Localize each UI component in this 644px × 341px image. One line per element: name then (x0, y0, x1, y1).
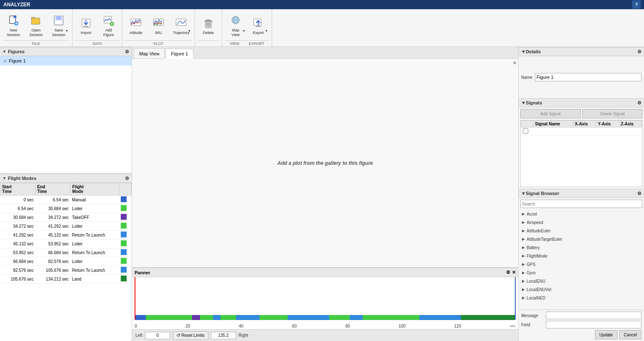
view-export-group-label: VIEW EXPORT (225, 40, 269, 47)
panner-close-icon[interactable]: ✕ (512, 270, 516, 275)
signal-tree-item[interactable]: ▶FlightMode (520, 252, 642, 260)
flight-mode-row[interactable]: 105.676 sec 134.212 sec Land (0, 275, 132, 284)
flight-mode-row[interactable]: 0 sec 6.54 sec Manual (0, 195, 132, 204)
delete-button[interactable]: Delete (197, 13, 219, 39)
right-actions-row: Update Cancel (521, 330, 641, 339)
flight-modes-header: ▼ Flight Modes ⚙ (0, 174, 132, 183)
signal-tree-item[interactable]: ▶Battery (520, 243, 642, 252)
fm-col-start: StartTime (0, 183, 36, 195)
help-button[interactable]: ? (632, 0, 641, 9)
figures-settings-icon[interactable]: ⚙ (125, 49, 129, 55)
imu-label: IMU (155, 31, 162, 35)
panner-reset-button[interactable]: ↺ Reset Limits (173, 331, 208, 340)
center-panel: Map View Figure 1 ✕ Add a plot from the … (132, 47, 518, 341)
tab-figure-1[interactable]: Figure 1 (166, 49, 193, 59)
trajectory-button[interactable]: Trajectory ▼ (170, 13, 192, 39)
signal-row-check[interactable] (523, 128, 528, 134)
details-collapse-icon[interactable]: ▼ (521, 49, 526, 54)
add-figure-icon (102, 14, 115, 27)
flight-mode-row[interactable]: 41.292 sec 45.132 sec Return To Launch (0, 231, 132, 239)
figures-item-1[interactable]: ✓ Figure 1 (0, 56, 132, 65)
signal-search-input[interactable] (520, 200, 642, 208)
panner-right-input[interactable] (211, 332, 236, 339)
export-button[interactable]: Export ▼ (247, 13, 269, 39)
new-session-button[interactable]: NewSession (3, 13, 24, 39)
signals-settings-icon[interactable]: ⚙ (637, 100, 641, 106)
signals-title: Signals (526, 100, 542, 105)
app-title: ANALYZER (3, 2, 30, 8)
trajectory-label: Trajectory (173, 31, 190, 35)
attitude-button[interactable]: Attitude (125, 13, 147, 39)
panner-settings-icon[interactable]: ⚙ (506, 270, 510, 275)
signal-tree-item[interactable]: ▶LocalNED (520, 294, 642, 302)
signal-tree-item[interactable]: ▶AttitudeEuler (520, 226, 642, 235)
details-content: Name (519, 56, 644, 98)
signal-tree-item[interactable]: ▶Accel (520, 210, 642, 218)
signal-browser-collapse-icon[interactable]: ▼ (521, 191, 526, 196)
toolbar-plot-group: Attitude IMU (122, 9, 195, 47)
flight-mode-row[interactable]: 82.576 sec 105.676 sec Return To Launch (0, 266, 132, 275)
toolbar: NewSession OpenSession (0, 9, 644, 47)
flight-modes-settings-icon[interactable]: ⚙ (125, 176, 129, 181)
imu-icon (152, 16, 165, 30)
signal-tree-item[interactable]: ▶LocalENU (520, 277, 642, 285)
flight-modes-title: Flight Modes (8, 176, 36, 181)
attitude-label: Attitude (130, 31, 143, 35)
cancel-button[interactable]: Cancel (619, 330, 641, 339)
signals-collapse-icon[interactable]: ▼ (521, 100, 526, 105)
signal-tree-arrow: ▶ (522, 229, 525, 233)
delete-group-label (197, 40, 219, 47)
details-name-input[interactable] (535, 73, 641, 81)
panner-reset-label: Reset Limits (182, 333, 205, 338)
right-panel: ▼ Details ⚙ Name ▼ Signals ⚙ Add Signal (518, 47, 644, 341)
tab-map-view[interactable]: Map View (134, 48, 165, 58)
panner-chart[interactable]: 0 20 40 60 80 100 120 sec (132, 277, 518, 329)
export-label: Export (253, 31, 264, 35)
new-session-label: NewSession (7, 28, 20, 37)
flight-mode-row[interactable]: 66.684 sec 82.576 sec Loiter (0, 257, 132, 266)
details-name-label: Name (521, 75, 532, 80)
signal-tree-item[interactable]: ▶AttitudeTargetEuler (520, 235, 642, 243)
signal-col-zaxis: Z-Axis (619, 121, 641, 128)
message-input[interactable] (546, 312, 641, 319)
flight-mode-row[interactable]: 30.684 sec 34.272 sec TakeOFF (0, 213, 132, 222)
svg-rect-11 (55, 21, 62, 24)
signal-tree-item[interactable]: ▶Gyro (520, 268, 642, 277)
signal-browser-content: ▶Accel▶Airspeed▶AttitudeEuler▶AttitudeTa… (519, 198, 644, 310)
signals-table-wrapper: Signal Name X-Axis Y-Axis Z-Axis (520, 120, 642, 187)
signal-tree-item[interactable]: ▶Airspeed (520, 218, 642, 226)
save-session-button[interactable]: SaveSession ▼ (48, 13, 70, 39)
signal-browser-settings-icon[interactable]: ⚙ (637, 191, 641, 196)
update-button[interactable]: Update (595, 330, 618, 339)
field-input[interactable] (546, 321, 641, 328)
signal-tree-arrow: ▶ (522, 237, 525, 241)
flight-mode-row[interactable]: 45.132 sec 53.952 sec Loiter (0, 239, 132, 248)
panner-controls: Left ↺ Reset Limits Right (132, 329, 518, 341)
figures-item-1-check: ✓ (3, 58, 7, 64)
details-settings-icon[interactable]: ⚙ (637, 49, 641, 55)
signal-browser-section: ▼ Signal Browser ⚙ ▶Accel▶Airspeed▶Attit… (519, 189, 644, 310)
import-button[interactable]: Import (75, 13, 97, 39)
panner-reset-icon: ↺ (177, 333, 180, 338)
map-view-icon (229, 14, 242, 27)
signal-tree-item[interactable]: ▶LocalENUVel (520, 285, 642, 294)
toolbar-delete-group: Delete (195, 9, 222, 47)
add-signal-button[interactable]: Add Signal (520, 109, 581, 118)
figures-collapse-icon[interactable]: ▼ (3, 49, 6, 54)
figures-list: ✓ Figure 1 (0, 56, 132, 174)
flight-mode-row[interactable]: 6.54 sec 30.684 sec Loiter (0, 204, 132, 213)
flight-mode-row[interactable]: 34.272 sec 41.292 sec Loiter (0, 222, 132, 231)
flight-modes-collapse-icon[interactable]: ▼ (3, 176, 6, 180)
signal-tree-item[interactable]: ▶GPS (520, 260, 642, 268)
imu-button[interactable]: IMU (148, 13, 169, 39)
flight-mode-row[interactable]: 53.952 sec 66.684 sec Return To Launch (0, 248, 132, 257)
delete-signal-button[interactable]: Delete Signal (582, 109, 643, 118)
signal-tree-arrow: ▶ (522, 271, 525, 275)
add-figure-button[interactable]: AddFigure (98, 13, 119, 39)
toolbar-file-buttons: NewSession OpenSession (3, 11, 70, 40)
map-view-button[interactable]: MapView ▼ (225, 13, 247, 39)
title-bar: ANALYZER ? (0, 0, 644, 9)
figure-area-close-icon[interactable]: ✕ (513, 60, 517, 66)
open-session-button[interactable]: OpenSession (25, 13, 47, 39)
panner-left-input[interactable] (145, 332, 170, 339)
